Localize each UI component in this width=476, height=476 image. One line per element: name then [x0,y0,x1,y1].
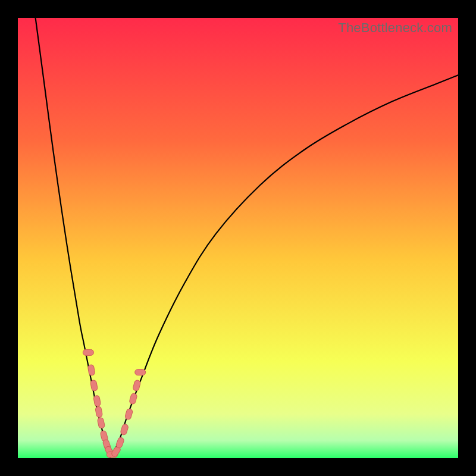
curve-layer [36,18,458,458]
data-marker [95,406,103,418]
plot-area: TheBottleneck.com [18,18,458,458]
chart-svg [18,18,458,458]
marker-layer [83,349,145,458]
curve-right-branch [110,75,458,458]
data-marker [115,437,125,449]
watermark-text: TheBottleneck.com [338,20,452,36]
data-marker [135,369,146,375]
data-marker [93,395,101,407]
data-marker [129,393,137,405]
data-marker [133,380,141,392]
data-marker [83,349,93,355]
data-marker [124,408,133,420]
data-marker [90,380,98,392]
data-marker [97,417,105,429]
data-marker [87,364,95,375]
curve-left-branch [36,18,111,458]
data-marker [120,424,129,436]
outer-frame: TheBottleneck.com [0,0,476,476]
